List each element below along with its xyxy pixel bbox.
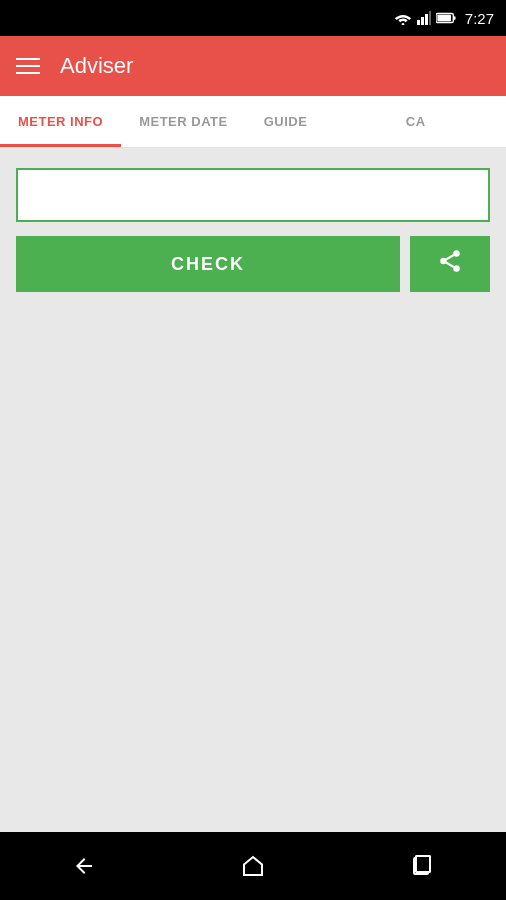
svg-rect-2 [421, 17, 424, 25]
svg-point-10 [453, 265, 460, 272]
svg-point-0 [401, 23, 404, 25]
home-icon [241, 854, 265, 878]
svg-rect-4 [429, 11, 431, 25]
svg-rect-7 [437, 15, 451, 21]
hamburger-menu-icon[interactable] [16, 58, 40, 74]
search-input[interactable] [16, 168, 490, 222]
share-button[interactable] [410, 236, 490, 292]
back-button[interactable] [59, 846, 109, 886]
status-icons: 7:27 [394, 10, 494, 27]
svg-point-9 [440, 258, 447, 265]
signal-icon [417, 11, 431, 25]
check-button[interactable]: CHECK [16, 236, 400, 292]
tab-ca[interactable]: CA [325, 96, 506, 147]
action-row: CHECK [16, 236, 490, 292]
svg-line-11 [446, 263, 453, 267]
status-time: 7:27 [465, 10, 494, 27]
battery-icon [436, 12, 456, 24]
svg-rect-1 [417, 20, 420, 25]
toolbar-title: Adviser [60, 53, 133, 79]
home-button[interactable] [228, 846, 278, 886]
recents-button[interactable] [397, 846, 447, 886]
svg-line-12 [446, 255, 453, 259]
recents-icon [410, 854, 434, 878]
wifi-icon [394, 12, 412, 25]
tab-meter-info[interactable]: METER INFO [0, 96, 121, 147]
tab-bar: METER INFO METER DATE GUIDE CA [0, 96, 506, 148]
back-arrow-icon [72, 854, 96, 878]
share-icon [437, 248, 463, 280]
svg-rect-3 [425, 14, 428, 25]
status-bar: 7:27 [0, 0, 506, 36]
tab-guide[interactable]: GUIDE [246, 96, 326, 147]
tab-meter-date[interactable]: METER DATE [121, 96, 246, 147]
bottom-nav [0, 832, 506, 900]
main-content: CHECK [0, 148, 506, 832]
svg-rect-6 [454, 16, 456, 20]
svg-point-8 [453, 250, 460, 256]
toolbar: Adviser [0, 36, 506, 96]
svg-rect-14 [416, 856, 430, 872]
